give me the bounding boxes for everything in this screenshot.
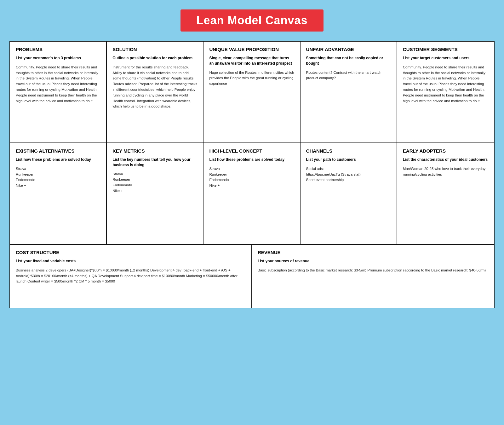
cell-uvp: UNIQUE VALUE PROPOSITION Single, clear, … bbox=[203, 42, 300, 143]
uvp-subtitle: Single, clear, compelling message that t… bbox=[209, 55, 294, 66]
cell-key-metrics: KEY METRICS List the key numbers that te… bbox=[107, 143, 203, 244]
uvp-body: Huge collection of the Routes in differe… bbox=[209, 70, 294, 87]
top-row: PROBLEMS List your customer's top 3 prob… bbox=[10, 42, 494, 143]
cost-structure-title: COST STRUCTURE bbox=[16, 250, 246, 255]
page-title: Lean Model Canvas bbox=[196, 14, 307, 27]
problems-subtitle: List your customer's top 3 problems bbox=[16, 55, 100, 61]
cost-structure-body: Business analysis 2 developers (BA+Desig… bbox=[16, 268, 246, 284]
customer-title: CUSTOMER SEGMENTS bbox=[403, 47, 488, 52]
channels-subtitle: List your path to customers bbox=[306, 157, 391, 162]
cell-existing-alternatives: EXISTING ALTERNATIVES List how these pro… bbox=[10, 143, 107, 244]
cell-cost-structure: COST STRUCTURE List your fixed and varia… bbox=[10, 245, 252, 308]
cell-unfair-advantage: UNFAIR ADVANTAGE Something that can not … bbox=[301, 42, 397, 143]
uvp-title: UNIQUE VALUE PROPOSITION bbox=[209, 47, 294, 52]
solution-title: SOLUTION bbox=[112, 47, 197, 52]
title-container: Lean Model Canvas bbox=[9, 9, 495, 32]
cell-channels: CHANNELS List your path to customers Soc… bbox=[301, 143, 397, 244]
existing-subtitle: List how these problems are solved today bbox=[16, 157, 100, 162]
bottom-row: COST STRUCTURE List your fixed and varia… bbox=[10, 245, 494, 308]
solution-subtitle: Outline a possible solution for each pro… bbox=[112, 55, 197, 61]
unfair-title: UNFAIR ADVANTAGE bbox=[306, 47, 391, 52]
key-metrics-body: Strava Runkeeper Endomondo Nike + bbox=[112, 172, 197, 194]
customer-subtitle: List your target customers and users bbox=[403, 55, 488, 61]
lean-canvas: PROBLEMS List your customer's top 3 prob… bbox=[9, 41, 495, 308]
customer-body: Community. People need to share their re… bbox=[403, 65, 488, 104]
high-level-body: Strava Runkeeper Endomondo Nike + bbox=[209, 166, 294, 189]
revenue-subtitle: List your sources of revenue bbox=[258, 259, 488, 264]
cell-solution: SOLUTION Outline a possible solution for… bbox=[107, 42, 203, 143]
problems-title: PROBLEMS bbox=[16, 47, 100, 52]
middle-row: EXISTING ALTERNATIVES List how these pro… bbox=[10, 143, 494, 245]
cell-problems: PROBLEMS List your customer's top 3 prob… bbox=[10, 42, 107, 143]
revenue-title: REVENUE bbox=[258, 250, 488, 255]
early-adopters-title: EARLY ADOPTERS bbox=[403, 148, 488, 154]
title-box: Lean Model Canvas bbox=[180, 9, 323, 32]
key-metrics-title: KEY METRICS bbox=[112, 148, 197, 154]
early-adopters-subtitle: List the characteristics of your ideal c… bbox=[403, 157, 488, 162]
cell-early-adopters: EARLY ADOPTERS List the characteristics … bbox=[397, 143, 494, 244]
existing-body: Strava Runkeeper Endomondo Nike + bbox=[16, 166, 100, 189]
early-adopters-body: Man/Woman 20-25 who love to track their … bbox=[403, 166, 488, 178]
key-metrics-subtitle: List the key numbers that tell you how y… bbox=[112, 157, 197, 168]
channels-body: Social ads: https://tppr.me/JazTq (Strav… bbox=[306, 166, 391, 183]
channels-title: CHANNELS bbox=[306, 148, 391, 154]
unfair-body: Routes content? Contract with the smart-… bbox=[306, 70, 391, 81]
cost-structure-subtitle: List your fixed and variable costs bbox=[16, 259, 246, 264]
problems-body: Community. People need to share their re… bbox=[16, 65, 100, 104]
unfair-subtitle: Something that can not be easily copied … bbox=[306, 55, 391, 66]
cell-high-level-concept: HIGH-LEVEL CONCEPT List how these proble… bbox=[203, 143, 300, 244]
cell-customer-segments: CUSTOMER SEGMENTS List your target custo… bbox=[397, 42, 494, 143]
revenue-body: Basic subscription (according to the Bas… bbox=[258, 268, 488, 273]
high-level-subtitle: List how these problems are solved today bbox=[209, 157, 294, 162]
solution-body: Instrument for the results sharing and f… bbox=[112, 65, 197, 110]
existing-title: EXISTING ALTERNATIVES bbox=[16, 148, 100, 154]
high-level-title: HIGH-LEVEL CONCEPT bbox=[209, 148, 294, 154]
cell-revenue: REVENUE List your sources of revenue Bas… bbox=[252, 245, 494, 308]
